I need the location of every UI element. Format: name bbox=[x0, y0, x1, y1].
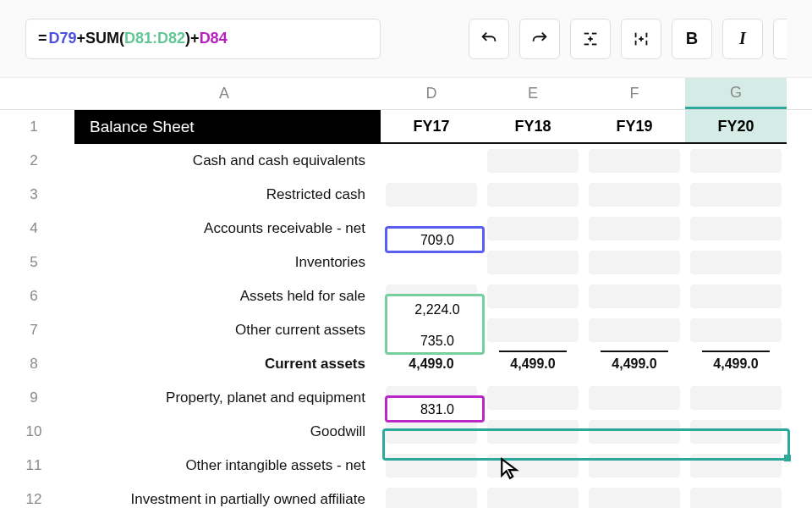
cell[interactable] bbox=[690, 251, 782, 274]
col-header-d[interactable]: D bbox=[381, 78, 482, 109]
row-label[interactable]: Current assets bbox=[68, 356, 381, 373]
col-header-e[interactable]: E bbox=[482, 78, 584, 109]
row-label[interactable]: Cash and cash equivalents bbox=[68, 152, 381, 169]
spreadsheet: A D E F G 1 Balance Sheet FY17 FY18 FY19… bbox=[0, 78, 812, 508]
cell[interactable] bbox=[589, 318, 680, 342]
cell[interactable] bbox=[690, 217, 782, 240]
undo-button[interactable] bbox=[469, 19, 509, 59]
table-row: 12Investment in partially owned affiliat… bbox=[0, 483, 812, 508]
redo-button[interactable] bbox=[519, 19, 560, 59]
row-label[interactable]: Investment in partially owned affiliate bbox=[68, 491, 381, 508]
sheet-title[interactable]: Balance Sheet bbox=[74, 110, 381, 144]
cell[interactable] bbox=[386, 149, 477, 173]
toolbar: = D79 + SUM ( D81:D82 ) + D84 B I bbox=[0, 0, 812, 78]
cell[interactable] bbox=[487, 251, 579, 274]
cell[interactable] bbox=[589, 284, 680, 308]
table-row: 6Assets held for sale bbox=[0, 279, 812, 313]
col-header-a[interactable]: A bbox=[68, 78, 381, 109]
cell[interactable] bbox=[386, 488, 477, 508]
insert-row-button[interactable] bbox=[570, 19, 611, 59]
cell[interactable] bbox=[386, 217, 477, 240]
cell[interactable] bbox=[589, 251, 680, 274]
table-row: 3Restricted cash bbox=[0, 178, 812, 212]
redo-icon bbox=[530, 30, 549, 48]
row-number: 5 bbox=[0, 254, 68, 271]
cell[interactable] bbox=[487, 284, 579, 308]
table-row: 9Property, planet and equipment bbox=[0, 381, 812, 415]
cell[interactable] bbox=[487, 386, 579, 410]
row-label[interactable]: Assets held for sale bbox=[68, 288, 381, 305]
cell[interactable] bbox=[690, 454, 782, 478]
cell[interactable] bbox=[690, 420, 782, 444]
row-label[interactable]: Goodwill bbox=[68, 423, 381, 440]
table-row: 7Other current assets bbox=[0, 313, 812, 347]
col-header-f[interactable]: F bbox=[584, 78, 685, 109]
fy17-header[interactable]: FY17 bbox=[381, 110, 482, 144]
formula-bar[interactable]: = D79 + SUM ( D81:D82 ) + D84 bbox=[25, 19, 381, 59]
cell[interactable] bbox=[386, 454, 477, 478]
cell[interactable] bbox=[487, 488, 579, 508]
table-row: 2Cash and cash equivalents bbox=[0, 144, 812, 178]
row-number: 2 bbox=[0, 152, 68, 169]
formula-equals: = bbox=[38, 30, 47, 47]
fy20-header[interactable]: FY20 bbox=[685, 110, 787, 144]
cell[interactable]: 4,499.0 bbox=[386, 352, 477, 376]
cell[interactable] bbox=[690, 318, 782, 342]
row-number: 4 bbox=[0, 220, 68, 237]
cell[interactable] bbox=[386, 318, 477, 342]
formula-ref-d84: D84 bbox=[200, 30, 228, 47]
cell[interactable] bbox=[690, 386, 782, 410]
insert-row-icon bbox=[581, 30, 600, 48]
cell[interactable] bbox=[589, 217, 680, 240]
cell-value: 4,499.0 bbox=[612, 356, 656, 372]
row-label[interactable]: Property, planet and equipment bbox=[68, 389, 381, 406]
row-label[interactable]: Restricted cash bbox=[68, 186, 381, 203]
cell[interactable] bbox=[386, 183, 477, 207]
cell[interactable] bbox=[487, 149, 579, 173]
cell[interactable] bbox=[386, 284, 477, 308]
formula-fn-sum: SUM bbox=[85, 30, 119, 47]
bold-button[interactable]: B bbox=[672, 19, 712, 59]
cell-value: 4,499.0 bbox=[713, 356, 758, 372]
cell[interactable] bbox=[487, 420, 579, 444]
cell[interactable] bbox=[589, 454, 680, 478]
cell[interactable] bbox=[386, 386, 477, 410]
cell[interactable] bbox=[386, 420, 477, 444]
cell[interactable]: 4,499.0 bbox=[589, 352, 680, 376]
row-number: 7 bbox=[0, 322, 68, 339]
cell[interactable] bbox=[589, 386, 680, 410]
undo-icon bbox=[480, 30, 498, 48]
cell[interactable]: 4,499.0 bbox=[487, 352, 579, 376]
cell[interactable] bbox=[487, 217, 579, 240]
cell[interactable] bbox=[589, 488, 680, 508]
formula-range: D81:D82 bbox=[124, 30, 185, 47]
col-header-g[interactable]: G bbox=[685, 78, 787, 109]
more-button[interactable] bbox=[773, 19, 787, 59]
cell[interactable] bbox=[690, 488, 782, 508]
cell[interactable] bbox=[690, 183, 782, 207]
fy18-header[interactable]: FY18 bbox=[482, 110, 584, 144]
column-headers: A D E F G bbox=[0, 78, 812, 110]
cell[interactable] bbox=[589, 149, 680, 173]
cell[interactable]: 4,499.0 bbox=[690, 352, 782, 376]
cell[interactable] bbox=[386, 251, 477, 274]
cell[interactable] bbox=[589, 183, 680, 207]
insert-column-button[interactable] bbox=[621, 19, 661, 59]
cell[interactable] bbox=[690, 284, 782, 308]
cell[interactable] bbox=[589, 420, 680, 444]
row-label[interactable]: Inventories bbox=[68, 254, 381, 271]
row-label[interactable]: Other intangible assets - net bbox=[68, 457, 381, 474]
formula-plus2: + bbox=[190, 30, 200, 47]
cell[interactable] bbox=[487, 183, 579, 207]
row-label[interactable]: Other current assets bbox=[68, 322, 381, 339]
cell-value: 4,499.0 bbox=[510, 356, 555, 372]
table-row: 5Inventories bbox=[0, 246, 812, 279]
fy19-header[interactable]: FY19 bbox=[584, 110, 685, 144]
cell[interactable] bbox=[487, 318, 579, 342]
table-row: 4Accounts receivable - net bbox=[0, 212, 812, 246]
header-row: 1 Balance Sheet FY17 FY18 FY19 FY20 bbox=[0, 110, 812, 144]
formula-plus: + bbox=[77, 30, 86, 47]
italic-button[interactable]: I bbox=[722, 19, 763, 59]
cell[interactable] bbox=[690, 149, 782, 173]
row-label[interactable]: Accounts receivable - net bbox=[68, 220, 381, 237]
